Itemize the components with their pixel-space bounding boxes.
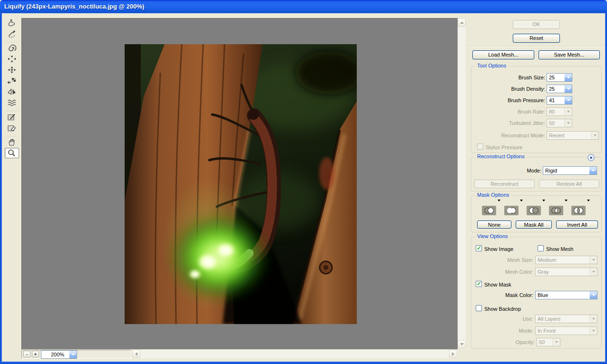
reconstruct-mode-label: Reconstruct Mode:	[471, 133, 545, 138]
zoom-in-button[interactable]: +	[32, 351, 39, 357]
freeze-mask-tool[interactable]	[5, 112, 19, 122]
turbulent-jitter-value: 50	[549, 120, 555, 126]
intersect-with-selection-button[interactable]	[549, 206, 563, 215]
scroll-down-button[interactable]	[458, 340, 466, 348]
mesh-size-select: Medium	[535, 256, 597, 264]
mask-options-group: Mask Options None Mask All Invert All	[471, 195, 602, 232]
hand-tool[interactable]	[5, 137, 19, 147]
reconstruct-options-group: Reconstruct Options Mode: Rigid Reconstr…	[471, 157, 602, 192]
zoom-dropdown-button[interactable]	[69, 351, 77, 358]
zoom-out-button[interactable]: -	[23, 351, 30, 357]
titlebar[interactable]: Liquify (243px-Lampyris_noctiluca.jpg @ …	[0, 0, 607, 13]
show-mask-checkbox[interactable]	[476, 281, 482, 287]
push-left-icon	[7, 77, 17, 85]
backdrop-mode-value: In Front	[538, 328, 556, 334]
restore-all-button[interactable]: Restore All	[539, 180, 599, 188]
invert-selection-button[interactable]	[571, 206, 586, 215]
preview-image[interactable]	[125, 44, 357, 324]
reset-button[interactable]: Reset	[513, 34, 560, 43]
backdrop-mode-label: Mode:	[471, 328, 533, 334]
thaw-mask-tool[interactable]	[5, 123, 19, 133]
brush-density-select[interactable]: 25	[547, 85, 572, 93]
reconstruct-button[interactable]: Reconstruct	[474, 180, 535, 188]
brush-size-value: 25	[549, 75, 555, 80]
brush-density-dropdown[interactable]	[564, 85, 572, 93]
tool-separator	[6, 108, 18, 111]
brush-density-value: 25	[549, 86, 555, 92]
window-border-bottom	[0, 362, 607, 364]
thaw-mask-icon	[7, 124, 17, 132]
opacity-select: 50	[537, 338, 560, 346]
mode-dropdown[interactable]	[589, 167, 597, 174]
use-label: Use:	[471, 316, 533, 322]
scroll-right-button[interactable]	[449, 350, 457, 358]
reconstruct-options-mode-select[interactable]: Rigid	[543, 166, 597, 175]
turbulence-tool[interactable]	[5, 97, 19, 108]
intersect-with-selection-dropdown[interactable]	[565, 200, 568, 201]
replace-selection-dropdown[interactable]	[498, 200, 500, 201]
canvas-area[interactable]	[21, 18, 458, 349]
mesh-color-label: Mesh Color:	[471, 269, 533, 275]
mirror-icon	[7, 87, 17, 96]
brush-pressure-select[interactable]: 41	[547, 96, 572, 105]
pucker-icon	[7, 55, 17, 63]
push-left-tool[interactable]	[5, 76, 19, 86]
view-options-title: View Options	[475, 233, 510, 239]
invert-selection-dropdown[interactable]	[587, 200, 590, 201]
zoom-level-select[interactable]: 200%	[41, 350, 77, 359]
mask-all-button[interactable]: Mask All	[516, 220, 552, 229]
liquify-dialog: Liquify (243px-Lampyris_noctiluca.jpg @ …	[0, 0, 607, 364]
zoom-tool[interactable]	[5, 148, 19, 158]
reconstruct-tool[interactable]	[5, 29, 19, 39]
brush-density-label: Brush Density:	[471, 86, 545, 92]
scroll-left-button[interactable]	[132, 350, 140, 358]
use-value: All Layers	[538, 316, 560, 322]
status-bar: - + 200%	[21, 349, 466, 360]
show-image-checkbox[interactable]	[476, 245, 482, 251]
show-mesh-checkbox[interactable]	[538, 245, 544, 251]
chevron-up-icon	[460, 21, 464, 24]
forward-warp-tool[interactable]	[5, 18, 19, 28]
add-to-selection-icon	[504, 206, 519, 215]
show-backdrop-checkbox[interactable]	[476, 305, 482, 311]
reconstruct-mode-value: Revert	[549, 133, 564, 138]
brush-pressure-dropdown[interactable]	[564, 96, 572, 104]
show-backdrop-label: Show Backdrop	[484, 306, 521, 312]
brush-size-dropdown[interactable]	[564, 74, 572, 81]
ok-button[interactable]: OK	[513, 20, 560, 29]
mask-color-dropdown[interactable]	[589, 291, 597, 299]
mesh-color-value: Gray	[538, 269, 549, 275]
vertical-scrollbar[interactable]	[458, 18, 466, 349]
reconstruct-options-menu-button[interactable]	[587, 154, 595, 161]
add-to-selection-dropdown[interactable]	[520, 200, 523, 201]
horizontal-scrollbar[interactable]	[132, 350, 458, 358]
subtract-from-selection-button[interactable]	[527, 206, 541, 215]
brush-size-select[interactable]: 25	[547, 73, 572, 82]
reconstruct-options-title: Reconstruct Options	[475, 153, 527, 159]
scroll-up-button[interactable]	[458, 19, 466, 27]
mask-none-button[interactable]: None	[477, 220, 511, 229]
twirl-clockwise-tool[interactable]	[5, 43, 19, 53]
pucker-tool[interactable]	[5, 54, 19, 64]
brush-rate-value: 80	[549, 109, 555, 115]
replace-selection-button[interactable]	[482, 206, 496, 215]
mode-label: Mode:	[471, 168, 541, 173]
invert-all-button[interactable]: Invert All	[556, 220, 598, 229]
brush-rate-label: Brush Rate:	[471, 109, 545, 115]
mirror-tool[interactable]	[5, 86, 19, 97]
window-border-right	[605, 13, 607, 364]
tool-separator	[6, 39, 18, 42]
mask-color-value: Blue	[538, 292, 548, 298]
turbulent-jitter-label: Turbulent Jitter:	[471, 120, 545, 126]
add-to-selection-button[interactable]	[504, 206, 519, 215]
subtract-from-selection-dropdown[interactable]	[542, 200, 545, 201]
bloat-tool[interactable]	[5, 65, 19, 75]
mesh-size-label: Mesh Size:	[471, 257, 533, 263]
tool-separator	[6, 134, 18, 136]
save-mesh-button[interactable]: Save Mesh...	[538, 50, 600, 59]
mask-color-select[interactable]: Blue	[535, 291, 597, 299]
turbulence-icon	[7, 98, 17, 107]
play-arrow-icon	[590, 156, 593, 159]
load-mesh-button[interactable]: Load Mesh...	[472, 50, 534, 59]
chevron-down-icon	[72, 354, 75, 355]
